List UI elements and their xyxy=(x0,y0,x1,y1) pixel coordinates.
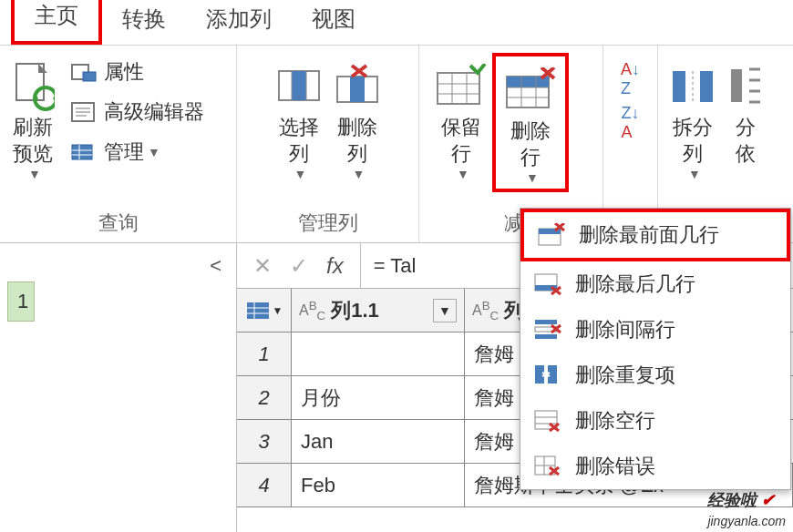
svg-rect-32 xyxy=(731,69,742,102)
group-label-query: 查询 xyxy=(5,204,231,239)
ribbon-tabs: 主页 转换 添加列 视图 xyxy=(0,0,793,46)
remove-rows-icon xyxy=(505,60,556,118)
chevron-down-icon: ▼ xyxy=(28,167,41,181)
fx-label: fx xyxy=(326,253,344,279)
split-icon xyxy=(669,56,716,115)
remove-alternate-icon xyxy=(531,316,564,343)
choose-columns-icon xyxy=(275,56,323,115)
remove-rows-menu: 删除最前面几行 删除最后几行 删除间隔行 删除重复项 删除空行 删除错误 xyxy=(520,208,791,490)
refresh-preview-button[interactable]: 刷新 预览 ▼ xyxy=(5,53,60,185)
row-number[interactable]: 4 xyxy=(237,464,292,506)
keep-rows-icon xyxy=(436,56,487,115)
manage-icon xyxy=(69,139,98,165)
menu-remove-errors[interactable]: 删除错误 xyxy=(520,444,790,489)
sort-az-button[interactable]: A↓Z xyxy=(621,60,640,98)
manage-button[interactable]: 管理 ▼ xyxy=(64,133,210,171)
svg-rect-13 xyxy=(292,71,306,100)
editor-icon xyxy=(69,99,98,125)
svg-rect-17 xyxy=(350,77,365,102)
svg-rect-41 xyxy=(535,320,557,324)
cell[interactable]: Feb xyxy=(292,464,465,506)
choose-columns-button[interactable]: 选择 列 ▼ xyxy=(270,53,328,185)
svg-rect-44 xyxy=(535,365,544,384)
svg-rect-45 xyxy=(548,365,557,384)
svg-rect-3 xyxy=(83,72,96,81)
column-header-1[interactable]: ABC 列1.1 ▼ xyxy=(292,289,465,332)
remove-duplicates-icon xyxy=(531,362,564,389)
group-by-button[interactable]: 分 依 xyxy=(722,53,769,170)
cell[interactable] xyxy=(292,332,465,375)
group-icon xyxy=(727,56,764,115)
select-all-cell[interactable]: ▼ xyxy=(237,289,292,332)
remove-bottom-icon xyxy=(531,271,564,298)
chevron-down-icon: ▼ xyxy=(148,145,160,159)
cell[interactable]: 月份 xyxy=(292,376,465,419)
row-number[interactable]: 2 xyxy=(237,376,292,419)
properties-icon xyxy=(69,59,98,85)
queries-pane: < 1 xyxy=(0,243,237,532)
abc-icon: ABC xyxy=(299,299,325,322)
tab-add-column[interactable]: 添加列 xyxy=(186,0,292,45)
remove-columns-icon xyxy=(334,56,381,115)
remove-blank-icon xyxy=(531,407,564,435)
chevron-down-icon: ▼ xyxy=(688,167,701,181)
svg-rect-30 xyxy=(700,71,713,102)
menu-remove-bottom-rows[interactable]: 删除最后几行 xyxy=(520,261,790,307)
tab-transform[interactable]: 转换 xyxy=(102,0,186,45)
collapse-pane-button[interactable]: < xyxy=(7,251,229,281)
split-column-button[interactable]: 拆分 列 ▼ xyxy=(664,53,722,185)
chevron-down-icon: ▼ xyxy=(294,167,307,181)
filter-button[interactable]: ▼ xyxy=(433,299,457,322)
svg-rect-18 xyxy=(438,73,479,104)
chevron-down-icon: ▼ xyxy=(353,167,366,181)
svg-rect-29 xyxy=(673,71,685,102)
cell[interactable]: Jan xyxy=(292,420,465,463)
menu-remove-blank-rows[interactable]: 删除空行 xyxy=(520,398,790,444)
row-number[interactable]: 3 xyxy=(237,420,292,463)
watermark: 经验啦 ✔ jingyanla.com xyxy=(707,489,786,530)
svg-rect-52 xyxy=(247,302,269,319)
group-label-manage-cols: 管理列 xyxy=(242,204,413,239)
formula-cancel-button[interactable]: ✕ xyxy=(253,253,272,279)
chevron-down-icon: ▼ xyxy=(457,167,469,181)
advanced-editor-button[interactable]: 高级编辑器 xyxy=(64,93,210,131)
remove-columns-button[interactable]: 删除 列 ▼ xyxy=(328,53,386,185)
refresh-icon xyxy=(11,56,55,115)
svg-rect-8 xyxy=(72,145,92,159)
query-list-item[interactable]: 1 xyxy=(7,281,35,322)
tab-home[interactable]: 主页 xyxy=(11,0,102,45)
group-query: 刷新 预览 ▼ 属性 高级编辑器 管理 ▼ 查询 xyxy=(0,46,237,242)
svg-rect-43 xyxy=(535,334,557,339)
remove-top-icon xyxy=(535,221,568,249)
remove-rows-button[interactable]: 删除 行 ▼ xyxy=(492,53,569,192)
chevron-down-icon: ▼ xyxy=(526,170,539,185)
properties-button[interactable]: 属性 xyxy=(64,53,210,91)
tab-view[interactable]: 视图 xyxy=(292,0,376,45)
abc-icon: ABC xyxy=(472,299,499,322)
keep-rows-button[interactable]: 保留 行 ▼ xyxy=(430,53,492,185)
menu-remove-duplicates[interactable]: 删除重复项 xyxy=(520,353,790,398)
group-manage-columns: 选择 列 ▼ 删除 列 ▼ 管理列 xyxy=(237,46,419,242)
menu-remove-top-rows[interactable]: 删除最前面几行 xyxy=(520,209,790,261)
table-icon xyxy=(245,301,271,321)
row-number[interactable]: 1 xyxy=(237,332,292,375)
sort-za-button[interactable]: Z↓A xyxy=(622,104,640,142)
remove-errors-icon xyxy=(531,453,564,480)
menu-remove-alternate-rows[interactable]: 删除间隔行 xyxy=(520,307,790,353)
formula-confirm-button[interactable]: ✓ xyxy=(290,253,308,279)
